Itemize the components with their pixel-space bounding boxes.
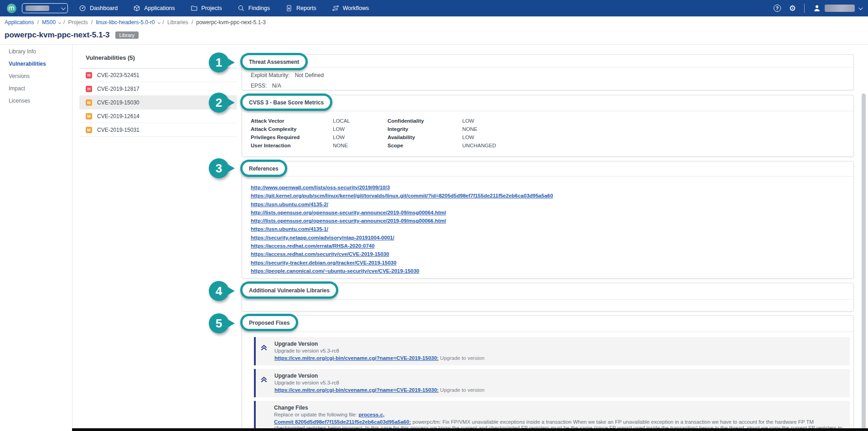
chevron-down-icon	[61, 5, 66, 10]
app-window: Dashboard Applications Projects	[0, 0, 868, 431]
sidebar-divider	[72, 45, 72, 431]
reference-link[interactable]: https://security.netapp.com/advisory/nta…	[251, 234, 394, 242]
nav-label: Dashboard	[90, 5, 118, 11]
commit-link[interactable]: Commit 8205d5d98ef7f155de211f5e2eb6ca03d…	[274, 419, 411, 425]
change-file-link[interactable]: process.c,	[358, 412, 384, 417]
breadcrumb-separator: /	[91, 19, 93, 26]
cvss-metric-value: LOW	[333, 134, 388, 140]
references-card: References http://www.openwall.com/lists…	[242, 161, 854, 279]
section-title-additional-libraries: Additional Vulnerable Libraries	[249, 287, 330, 294]
sidebar-item-licenses[interactable]: Licenses	[0, 95, 72, 107]
reference-link[interactable]: https://security-tracker.debian.org/trac…	[251, 259, 397, 267]
severity-medium-badge: M	[86, 99, 92, 106]
nav-label: Findings	[248, 5, 270, 11]
user-avatar-icon	[813, 4, 821, 12]
org-selector-dropdown[interactable]	[22, 3, 68, 13]
reference-link[interactable]: http://lists.opensuse.org/opensuse-secur…	[251, 208, 446, 217]
vulnerability-row[interactable]: M CVE-2019-15031	[79, 123, 237, 137]
sidebar-item-vulnerabilities[interactable]: Vulnerabilities	[0, 58, 72, 70]
breadcrumb-separator: /	[63, 19, 65, 26]
severity-high-badge: H	[86, 72, 92, 78]
reference-link[interactable]: https://access.redhat.com/errata/RHSA-20…	[251, 242, 375, 250]
workflow-icon	[332, 5, 339, 12]
nav-label: Applications	[144, 5, 175, 11]
cvss-metrics-grid: Attack Vector LOCAL Confidentiality LOW …	[242, 111, 853, 149]
callout-number-3: 3	[209, 158, 229, 178]
folder-icon	[191, 5, 198, 12]
user-menu[interactable]	[813, 4, 862, 12]
library-sidebar: Library Info Vulnerabilities Versions Im…	[0, 46, 72, 107]
cvss-base-score-card: CVSS 3 - Base Score Metrics Attack Vecto…	[242, 95, 854, 157]
reference-link[interactable]: https://usn.ubuntu.com/4135-2/	[251, 200, 328, 208]
section-title-proposed-fixes: Proposed Fixes	[249, 320, 289, 326]
cvss-metric-label: Privileges Required	[251, 134, 333, 140]
reference-link[interactable]: http://www.openwall.com/lists/oss-securi…	[251, 183, 390, 192]
reference-link[interactable]: https://usn.ubuntu.com/4135-1/	[251, 225, 328, 233]
proposed-fix-upgrade-version: Upgrade Version Upgrade to version v5.3-…	[254, 337, 850, 365]
reference-link[interactable]: https://access.redhat.com/security/cve/C…	[251, 250, 389, 258]
reference-link[interactable]: https://people.canonical.com/~ubuntu-sec…	[251, 267, 419, 275]
help-icon[interactable]: ?	[774, 5, 781, 12]
cvss-metric-label: Availability	[388, 134, 462, 140]
mend-logo-icon[interactable]	[6, 3, 17, 14]
breadcrumb-project-caret-icon[interactable]	[157, 19, 160, 26]
cve-id: CVE-2019-15030	[97, 99, 140, 106]
nav-applications[interactable]: Applications	[133, 5, 175, 12]
sidebar-item-impact[interactable]: Impact	[0, 83, 72, 95]
nav-findings[interactable]: Findings	[238, 5, 270, 12]
cvss-metric-value: NONE	[462, 126, 845, 132]
callout-number-4: 4	[209, 281, 229, 301]
fix-cve-link[interactable]: https://cve.mitre.org/cgi-bin/cvename.cg…	[274, 355, 439, 361]
fix-type-heading: Upgrade Version	[274, 373, 844, 379]
exploit-maturity-label: Exploit Maturity:	[251, 72, 289, 78]
screenshot-bottom-edge	[72, 428, 868, 431]
nav-reports[interactable]: Reports	[285, 5, 316, 12]
breadcrumb-projects: Projects	[68, 19, 88, 26]
section-title-threat-assessment: Threat Assessment	[249, 59, 299, 65]
proposed-fixes-card: Proposed Fixes Upgrade Version Upgrade t…	[242, 315, 854, 431]
callout-highlight-oval: Threat Assessment	[240, 53, 308, 70]
reference-link[interactable]: http://lists.opensuse.org/opensuse-secur…	[251, 217, 446, 225]
cvss-metric-value: LOW	[462, 134, 845, 140]
cve-id: CVE-2019-12614	[97, 113, 140, 119]
cvss-metric-value: LOW	[462, 118, 845, 124]
page-header: powerpc-kvm-ppc-next-5.1-3 Library	[5, 31, 139, 40]
callout-highlight-oval: Additional Vulnerable Libraries	[240, 281, 338, 299]
nav-workflows[interactable]: Workflows	[332, 5, 369, 12]
breadcrumb-application-m500[interactable]: M500	[42, 19, 56, 26]
navbar-divider	[804, 4, 805, 13]
breadcrumb-separator: /	[37, 19, 39, 26]
nav-dashboard[interactable]: Dashboard	[79, 5, 118, 12]
main-nav: Dashboard Applications Projects	[79, 5, 369, 12]
breadcrumb: Applications / M500 / Projects / linux-l…	[5, 18, 266, 26]
proposed-fix-upgrade-version: Upgrade Version Upgrade to version v5.3-…	[254, 369, 850, 397]
vertical-scrollbar-thumb[interactable]	[862, 93, 866, 431]
reference-link[interactable]: https://git.kernel.org/pub/scm/linux/ker…	[251, 192, 553, 200]
epss-row: EPSS: N/A	[251, 83, 845, 89]
section-title-cvss: CVSS 3 - Base Score Metrics	[249, 99, 324, 106]
search-icon	[238, 5, 245, 12]
top-navbar: Dashboard Applications Projects	[0, 0, 868, 16]
vulnerability-row[interactable]: M CVE-2019-12614	[79, 109, 237, 123]
gear-icon[interactable]: ⚙	[789, 5, 796, 12]
page-title: powerpc-kvm-ppc-next-5.1-3	[5, 31, 110, 40]
sidebar-item-versions[interactable]: Versions	[0, 70, 72, 83]
breadcrumb-project-name[interactable]: linux-libc-headers-5.0-r0	[96, 19, 155, 26]
breadcrumb-current-library: powerpc-kvm-ppc-next-5.1-3	[196, 19, 266, 26]
cvss-metric-value: LOW	[333, 126, 388, 132]
sidebar-item-library-info[interactable]: Library Info	[0, 46, 72, 58]
severity-medium-badge: M	[86, 113, 92, 119]
breadcrumb-separator: /	[191, 19, 193, 26]
fix-cve-link[interactable]: https://cve.mitre.org/cgi-bin/cvename.cg…	[274, 387, 439, 393]
callout-number-5: 5	[209, 313, 229, 333]
exploit-maturity-row: Exploit Maturity: Not Defined	[251, 72, 845, 78]
threat-assessment-card: Threat Assessment Exploit Maturity: Not …	[242, 54, 854, 90]
fix-link-suffix: Upgrade to version	[440, 387, 484, 393]
breadcrumb-app-caret-icon[interactable]	[58, 19, 60, 26]
double-chevron-up-icon	[260, 376, 269, 393]
nav-projects[interactable]: Projects	[191, 5, 222, 12]
report-document-icon	[285, 5, 293, 12]
breadcrumb-applications[interactable]: Applications	[5, 19, 34, 26]
cvss-metric-label: Scope	[388, 142, 462, 149]
nav-label: Reports	[296, 5, 316, 11]
